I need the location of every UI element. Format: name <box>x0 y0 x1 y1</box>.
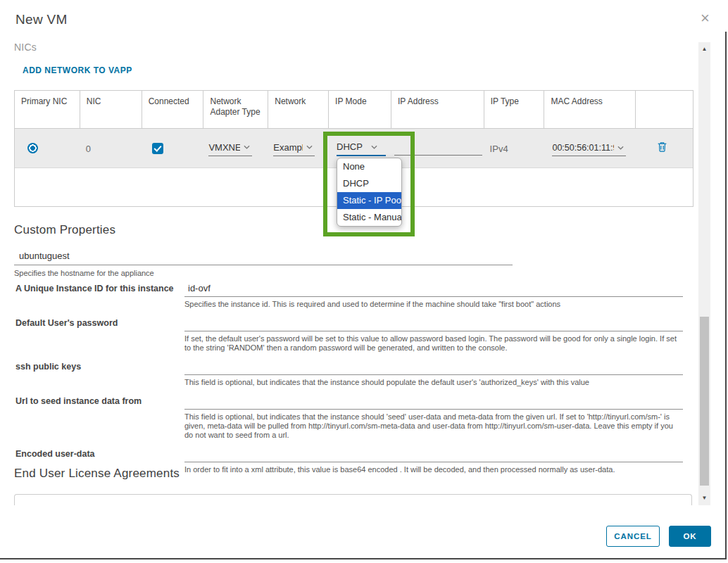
ip-mode-open-menu: None DHCP Static - IP Pool Static - Manu… <box>337 158 402 227</box>
chevron-down-icon <box>306 145 313 149</box>
adapter-type-dropdown[interactable]: VMXNET <box>208 142 252 156</box>
add-network-to-vapp-link[interactable]: ADD NETWORK TO VAPP <box>23 65 132 75</box>
seed-url-input[interactable] <box>184 394 683 410</box>
mac-address-dropdown[interactable]: 00:50:56:01:11:9 <box>552 143 626 156</box>
header-network: Network <box>268 91 328 128</box>
scrollbar[interactable]: ▲ ▼ <box>698 42 710 505</box>
property-description: In order to fit into a xml attribute, th… <box>184 465 683 474</box>
property-description: This field is optional, but indicates th… <box>184 412 683 440</box>
menu-option-dhcp[interactable]: DHCP <box>337 175 401 192</box>
new-vm-dialog: New VM × NICs ADD NETWORK TO VAPP Primar… <box>0 0 728 563</box>
property-label: Default User's password <box>15 316 184 329</box>
property-description: If set, the default user's password will… <box>184 334 683 353</box>
property-description: This field is optional, but indicates th… <box>184 378 683 387</box>
property-label: Encoded user-data <box>15 447 184 460</box>
network-dropdown[interactable]: Example <box>273 142 315 156</box>
eula-panel <box>14 494 692 505</box>
nic-number: 0 <box>86 144 91 154</box>
property-row: ssh public keys This field is optional, … <box>15 360 683 387</box>
nic-table-header: Primary NIC NIC Connected Network Adapte… <box>15 91 693 128</box>
window-edge-right <box>725 32 727 558</box>
chevron-down-icon <box>244 145 250 149</box>
property-row: A Unique Instance ID for this instance S… <box>15 282 683 309</box>
header-ip-type: IP Type <box>484 91 544 128</box>
instance-id-input[interactable] <box>184 282 683 297</box>
primary-nic-radio[interactable] <box>27 143 38 153</box>
header-nic: NIC <box>80 91 142 128</box>
ip-mode-dropdown[interactable]: DHCP <box>337 141 386 156</box>
custom-properties-list: A Unique Instance ID for this instance S… <box>15 282 683 481</box>
menu-option-none[interactable]: None <box>337 158 401 175</box>
property-label: A Unique Instance ID for this instance <box>15 282 184 294</box>
scroll-up-icon[interactable]: ▲ <box>698 44 710 55</box>
default-password-input[interactable] <box>184 316 683 331</box>
hostname-description: Specifies the hostname for the appliance <box>14 269 513 277</box>
ok-button[interactable]: OK <box>669 526 711 547</box>
header-network-adapter-type: Network Adapter Type <box>203 91 268 128</box>
header-mac-address: MAC Address <box>544 91 635 128</box>
nics-section-label: NICs <box>14 42 37 53</box>
property-label: ssh public keys <box>15 360 184 372</box>
property-label: Url to seed instance data from <box>15 394 184 407</box>
cancel-button[interactable]: CANCEL <box>606 526 660 547</box>
hostname-input[interactable] <box>14 248 513 265</box>
hostname-field-block: Specifies the hostname for the appliance <box>14 248 513 277</box>
custom-properties-heading: Custom Properties <box>14 223 115 237</box>
menu-option-static-ip-pool[interactable]: Static - IP Pool <box>337 192 401 209</box>
property-description: Specifies the instance id. This is requi… <box>184 300 683 309</box>
close-icon[interactable]: × <box>701 11 710 26</box>
connected-checkbox[interactable] <box>152 143 163 154</box>
ssh-public-keys-input[interactable] <box>184 360 683 375</box>
header-ip-address: IP Address <box>391 91 484 128</box>
delete-nic-icon[interactable] <box>656 141 668 156</box>
window-edge-bottom <box>0 558 727 559</box>
ip-type-value: IPv4 <box>490 144 508 154</box>
property-row: Default User's password If set, the defa… <box>15 316 683 353</box>
menu-option-static-manual[interactable]: Static - Manual <box>337 209 401 226</box>
ip-address-input[interactable] <box>394 141 482 156</box>
scroll-down-icon[interactable]: ▼ <box>698 493 710 504</box>
eula-heading: End User License Agreements <box>14 467 180 481</box>
header-connected: Connected <box>142 91 203 128</box>
header-primary-nic: Primary NIC <box>15 91 80 128</box>
chevron-down-icon <box>371 145 377 149</box>
scrollbar-thumb[interactable] <box>700 317 709 486</box>
page-title: New VM <box>15 12 68 27</box>
header-actions <box>635 91 693 128</box>
header-ip-mode: IP Mode <box>328 91 391 128</box>
encoded-user-data-input[interactable] <box>184 447 683 462</box>
property-row: Url to seed instance data from This fiel… <box>15 394 683 440</box>
chevron-down-icon <box>617 146 624 150</box>
